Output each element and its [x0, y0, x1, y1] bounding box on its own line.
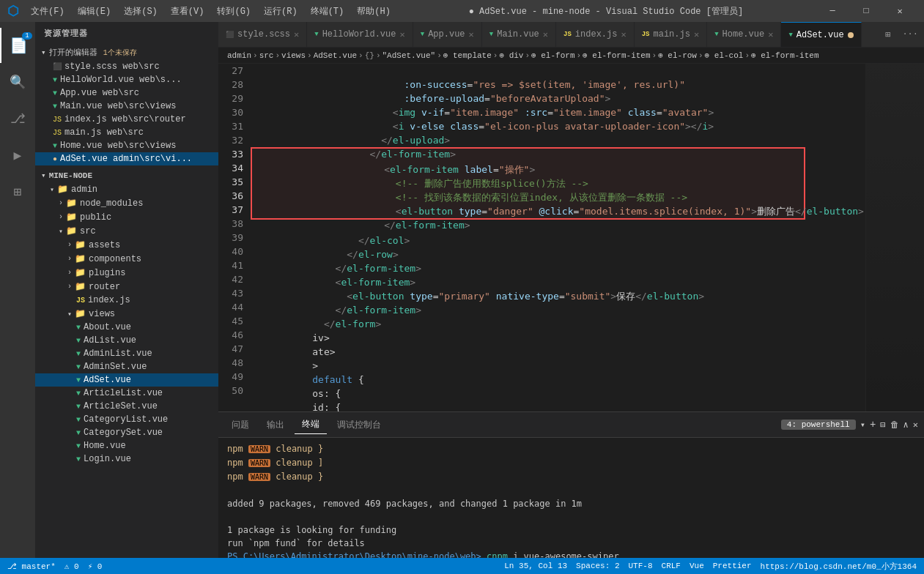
- status-position[interactable]: Ln 35, Col 13: [504, 562, 567, 570]
- tab-homevue[interactable]: ▼ Home.vue ✕: [707, 22, 781, 47]
- breadcrumb-sep: ›: [253, 51, 258, 60]
- breadcrumb-elformitem1[interactable]: ⊕ el-form-item: [583, 51, 650, 60]
- sidebar-item-aboutvue[interactable]: ▼ About.vue: [35, 321, 218, 334]
- terminal-tab-output[interactable]: 输出: [259, 416, 292, 434]
- tab-close-icon[interactable]: ✕: [294, 29, 299, 40]
- sidebar-item-components[interactable]: › 📁 components: [35, 252, 218, 266]
- terminal-area: 问题 输出 终端 调试控制台 4: powershell ▾ + ⊟ 🗑 ∧ ✕…: [218, 411, 924, 558]
- sidebar-item-articlesetvue[interactable]: ▼ ArticleSet.vue: [35, 400, 218, 413]
- activity-extensions[interactable]: ⊞: [0, 174, 35, 209]
- terminal-close-icon[interactable]: ✕: [913, 420, 918, 430]
- sidebar-item-src[interactable]: ▾ 📁 src: [35, 224, 218, 238]
- status-language[interactable]: Vue: [690, 562, 704, 570]
- terminal-split-button[interactable]: ⊟: [880, 420, 885, 430]
- sidebar-item[interactable]: JS main.js web\src: [35, 126, 218, 139]
- status-spaces[interactable]: Spaces: 2: [576, 562, 619, 570]
- status-branch[interactable]: ⎇ master*: [7, 562, 56, 571]
- status-warnings[interactable]: ⚡ 0: [88, 562, 103, 571]
- tab-close-icon[interactable]: ✕: [621, 29, 626, 40]
- breadcrumb-admin[interactable]: admin: [227, 51, 251, 60]
- breadcrumb-elformitem2[interactable]: ⊕ el-form-item: [751, 51, 818, 60]
- tab-close-icon[interactable]: ✕: [694, 29, 699, 40]
- menu-terminal[interactable]: 终端(T): [305, 4, 350, 19]
- tab-mainjs[interactable]: JS main.js ✕: [635, 22, 707, 47]
- activity-source-control[interactable]: ⎇: [0, 101, 35, 136]
- menu-file[interactable]: 文件(F): [25, 4, 70, 19]
- tab-adsetvue[interactable]: ▼ AdSet.vue: [781, 22, 861, 47]
- tab-more-button[interactable]: ···: [896, 22, 924, 47]
- menu-help[interactable]: 帮助(H): [351, 4, 396, 19]
- terminal-trash-button[interactable]: 🗑: [890, 420, 899, 430]
- sidebar-item[interactable]: ▼ Main.vue web\src\views: [35, 100, 218, 113]
- sidebar-item[interactable]: JS index.js web\src\router: [35, 113, 218, 126]
- breadcrumb-adsetvue[interactable]: AdSet.vue: [314, 51, 357, 60]
- status-eol[interactable]: CRLF: [662, 562, 681, 570]
- sidebar-item-articlelistvue[interactable]: ▼ ArticleList.vue: [35, 387, 218, 400]
- tab-close-icon[interactable]: ✕: [543, 29, 548, 40]
- sidebar-item-indexjs[interactable]: JS index.js: [35, 294, 218, 307]
- terminal-content[interactable]: npm WARN cleanup } npm WARN cleanup ] np…: [218, 438, 924, 558]
- sidebar-item[interactable]: ⬛ style.scss web\src: [35, 60, 218, 73]
- status-errors[interactable]: ⚠ 0: [64, 562, 79, 571]
- terminal-tab-terminal[interactable]: 终端: [295, 415, 327, 434]
- sidebar-item[interactable]: ▼ HelloWorld.vue web\s...: [35, 73, 218, 86]
- breadcrumb-views[interactable]: views: [281, 51, 306, 60]
- sidebar-item-router[interactable]: › 📁 router: [35, 280, 218, 294]
- maximize-button[interactable]: □: [849, 0, 883, 22]
- sidebar-item-homevue[interactable]: ▼ Home.vue: [35, 439, 218, 452]
- tab-indexjs[interactable]: JS index.js ✕: [556, 22, 635, 47]
- sidebar-item-adsetvue-tree[interactable]: ▼ AdSet.vue: [35, 373, 218, 387]
- menu-goto[interactable]: 转到(G): [211, 4, 256, 19]
- minimize-button[interactable]: —: [816, 0, 849, 22]
- sidebar-item-assets[interactable]: › 📁 assets: [35, 238, 218, 252]
- status-formatter[interactable]: Prettier: [713, 562, 752, 570]
- tab-stylescss[interactable]: ⬛ style.scss ✕: [218, 22, 307, 47]
- sidebar-item-adlistvue[interactable]: ▼ AdList.vue: [35, 334, 218, 347]
- tab-helloworldvue[interactable]: ▼ HelloWorld.vue ✕: [307, 22, 413, 47]
- breadcrumb-elform[interactable]: ⊕ el-form: [531, 51, 574, 60]
- menu-view[interactable]: 查看(V): [165, 4, 210, 19]
- activity-search[interactable]: 🔍: [0, 64, 35, 100]
- breadcrumb-div[interactable]: ⊕ div: [499, 51, 523, 60]
- sidebar-item-categorylistvue[interactable]: ▼ CategoryList.vue: [35, 413, 218, 426]
- sidebar-item-public[interactable]: › 📁 public: [35, 210, 218, 224]
- close-button[interactable]: ✕: [883, 0, 917, 22]
- sidebar-item-views[interactable]: ▾ 📁 views: [35, 307, 218, 321]
- terminal-tab-problems[interactable]: 问题: [224, 416, 256, 434]
- menu-edit[interactable]: 编辑(E): [72, 4, 117, 19]
- tab-close-icon[interactable]: ✕: [768, 29, 773, 40]
- tab-split-button[interactable]: ⊞: [879, 22, 896, 47]
- tab-close-icon[interactable]: ✕: [469, 29, 474, 40]
- terminal-add-button[interactable]: +: [870, 419, 876, 430]
- sidebar-item-admin[interactable]: ▾ 📁 admin: [35, 182, 218, 196]
- sidebar-item-node-modules[interactable]: › 📁 node_modules: [35, 196, 218, 210]
- sidebar-item-adminsetvue[interactable]: ▼ AdminSet.vue: [35, 360, 218, 373]
- tab-close-icon[interactable]: ✕: [399, 29, 404, 40]
- breadcrumb-elcol[interactable]: ⊕ el-col: [705, 51, 744, 60]
- breadcrumb-elrow[interactable]: ⊕ el-row: [658, 51, 697, 60]
- menu-select[interactable]: 选择(S): [118, 4, 163, 19]
- tab-mainvue[interactable]: ▼ Main.vue ✕: [482, 22, 556, 47]
- terminal-tab-debug[interactable]: 调试控制台: [330, 416, 388, 434]
- open-editors-section[interactable]: ▾ 打开的编辑器 1个未保存: [35, 45, 218, 60]
- status-encoding[interactable]: UTF-8: [629, 562, 653, 570]
- breadcrumb-template[interactable]: ⊕ template: [443, 51, 492, 60]
- terminal-chevron-up[interactable]: ∧: [903, 420, 909, 430]
- activity-debug[interactable]: ▶: [0, 138, 35, 173]
- project-section[interactable]: ▾ MINE-NODE: [35, 168, 218, 182]
- sidebar-item-plugins[interactable]: › 📁 plugins: [35, 266, 218, 280]
- code-line-27: :on-success="res => $set(item, 'image', …: [249, 64, 807, 78]
- sidebar-item-adsetvue[interactable]: ● AdSet.vue admin\src\vi...: [35, 152, 218, 165]
- tab-appvue[interactable]: ▼ App.vue ✕: [413, 22, 482, 47]
- sidebar-item[interactable]: ▼ App.vue web\src: [35, 86, 218, 100]
- terminal-dropdown-icon[interactable]: ▾: [860, 420, 865, 430]
- activity-explorer[interactable]: 📄 1: [0, 28, 35, 63]
- code-content[interactable]: :on-success="res => $set(item, 'image', …: [249, 64, 865, 411]
- sidebar-item-loginvue[interactable]: ▼ Login.vue: [35, 452, 218, 466]
- breadcrumb-src[interactable]: src: [259, 51, 274, 60]
- menu-run[interactable]: 运行(R): [258, 4, 303, 19]
- sidebar-item-categorysetvue[interactable]: ▼ CategorySet.vue: [35, 426, 218, 439]
- code-editor[interactable]: 27 28 29 30 31 32 33 34 35 36 37 38 39 4…: [218, 64, 924, 411]
- sidebar-item-adminlistvue[interactable]: ▼ AdminList.vue: [35, 347, 218, 360]
- sidebar-item[interactable]: ▼ Home.vue web\src\views: [35, 139, 218, 152]
